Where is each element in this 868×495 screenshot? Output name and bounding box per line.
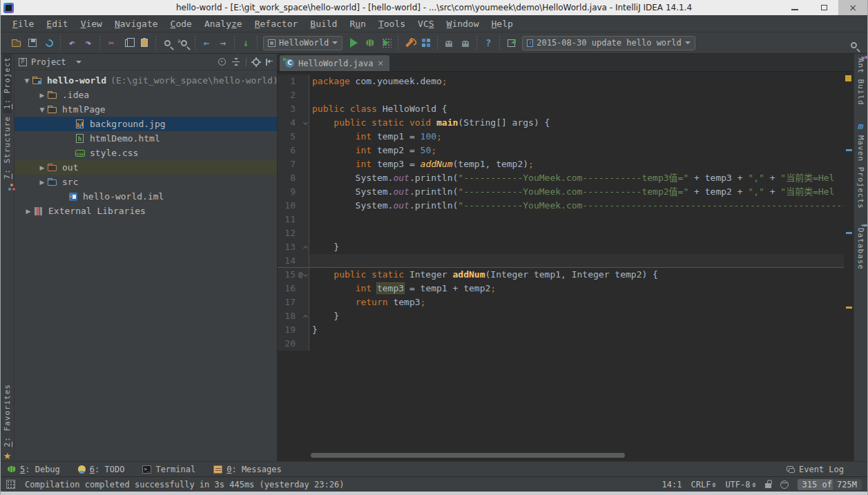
collapse-all-icon[interactable] [232,58,240,66]
commit-icon[interactable] [503,35,519,50]
gutter[interactable] [297,337,309,351]
search-everywhere-icon[interactable] [845,37,862,52]
menu-build[interactable]: Build [304,19,343,29]
code-line-18[interactable]: 18 } [278,309,853,323]
close-icon[interactable]: × [377,59,383,68]
code-line-14[interactable]: 14 [278,254,853,268]
stripe-mark[interactable] [846,149,852,151]
paste-icon[interactable] [136,35,153,50]
project-panel-title[interactable]: Project [31,57,66,67]
toolwindow-toggle-icon[interactable] [6,480,15,489]
toolwindow-button-terminal[interactable]: >_Terminal [142,465,195,474]
gutter[interactable] [297,75,309,88]
close-button[interactable]: × [838,0,867,15]
gutter[interactable] [297,240,309,254]
copy-icon[interactable] [119,35,136,50]
menu-run[interactable]: Run [343,19,372,29]
undo-icon[interactable]: ↶ [64,35,80,50]
gutter[interactable] [297,185,309,199]
code-line-15[interactable]: 15@ public static Integer addNum(Integer… [278,268,853,282]
help-icon[interactable]: ? [480,35,496,50]
menu-refactor[interactable]: Refactor [249,19,305,29]
expand-arrow-icon[interactable]: ▼ [21,77,32,84]
code-line-7[interactable]: 7 int temp3 = addNum(temp1, temp2); [278,157,853,171]
code-line-11[interactable]: 11 [278,213,853,226]
toolwindow-button-todo[interactable]: 6: TODO [78,465,125,474]
android-sync-icon[interactable] [441,35,457,50]
project-structure-icon[interactable] [418,35,434,50]
toolwindow-button-favorites[interactable]: 2: Favorites★ [3,381,12,461]
tree-item-htmldemo-html[interactable]: hhtmlDemo.html [15,131,277,146]
toolwindow-button-messages[interactable]: 0: Messages [213,465,281,474]
gutter[interactable] [297,171,309,185]
menu-analyze[interactable]: Analyze [198,19,249,29]
code-line-8[interactable]: 8 System.out.println("-----------YouMeek… [278,171,853,185]
gutter[interactable] [297,323,309,337]
menu-code[interactable]: Code [164,19,198,29]
menu-help[interactable]: Help [485,19,519,29]
expand-arrow-icon[interactable]: ▶ [37,164,48,171]
hector-inspector-icon[interactable] [780,481,789,489]
code-line-9[interactable]: 9 System.out.println("-----------YouMeek… [278,185,853,199]
expand-arrow-icon[interactable]: ▶ [37,92,48,99]
code-line-3[interactable]: 3public class HelloWorld { [278,102,853,116]
settings-icon[interactable] [401,35,418,50]
code-line-17[interactable]: 17 return temp3; [278,295,853,309]
coverage-icon[interactable] [378,35,395,50]
code-line-19[interactable]: 19} [278,323,853,337]
menu-window[interactable]: Window [441,19,485,29]
hide-panel-icon[interactable] [266,59,273,66]
toolwindow-button-maven-projects[interactable]: mMaven Projects [856,121,865,212]
gutter[interactable] [297,116,309,130]
find-icon[interactable] [159,35,175,50]
tab-helloworld-java[interactable]: C HelloWorld.java × [280,55,389,71]
code-line-5[interactable]: 5 int temp1 = 100; [278,130,853,144]
lock-icon[interactable] [765,483,771,488]
replace-icon[interactable] [175,35,192,50]
gutter[interactable] [297,88,309,102]
redo-icon[interactable]: ↷ [80,35,97,50]
forward-icon[interactable]: → [215,35,231,50]
menu-vcs[interactable]: VCS [412,19,440,29]
expand-arrow-icon[interactable]: ▼ [37,106,48,113]
code-line-6[interactable]: 6 int temp2 = 50; [278,144,853,157]
code-line-4[interactable]: 4 public static void main(String[] args)… [278,116,853,130]
tree-item-htmlpage[interactable]: ▼htmlPage [15,102,277,117]
code-line-12[interactable]: 12 [278,226,853,240]
code-line-20[interactable]: 20 [278,337,853,351]
code-editor[interactable]: 1package com.youmeek.demo;23public class… [278,72,853,461]
expand-arrow-icon[interactable]: ▶ [37,179,48,186]
gutter[interactable] [297,226,309,240]
debug-icon[interactable] [362,35,378,50]
code-line-10[interactable]: 10 System.out.println("-----------YouMee… [278,199,853,213]
tree-item-background-jpg[interactable]: background.jpg [15,117,277,131]
tree-item--idea[interactable]: ▶.idea [15,88,277,102]
gear-icon[interactable] [253,59,260,66]
expand-arrow-icon[interactable]: ▶ [23,208,34,215]
project-view-dropdown-icon[interactable] [76,61,81,64]
gutter[interactable] [297,102,309,116]
android-icon[interactable] [457,35,474,50]
code-line-13[interactable]: 13 } [278,240,853,254]
gutter[interactable] [297,199,309,213]
toolwindow-button-debug[interactable]: 5: Debug [8,465,60,474]
menu-edit[interactable]: Edit [40,19,74,29]
horizontal-scrollbar[interactable] [311,453,625,458]
tree-item-src[interactable]: ▶src [15,175,277,189]
gutter[interactable] [297,309,309,323]
encoding-selector[interactable]: UTF-8 [725,480,755,489]
error-stripe[interactable] [844,72,853,461]
save-icon[interactable] [24,35,41,50]
export-icon[interactable]: ↓ [238,35,254,50]
tree-item-hello-world-iml[interactable]: hello-world.iml [15,189,277,204]
tree-item-out[interactable]: ▶out [15,160,277,175]
gutter[interactable] [297,295,309,309]
event-log-button[interactable]: Event Log [787,465,844,474]
code-line-2[interactable]: 2 [278,88,853,102]
open-icon[interactable] [8,35,24,50]
gutter[interactable] [297,254,309,267]
line-ending-selector[interactable]: CRLF [691,480,716,489]
tree-item-hello-world[interactable]: ▼hello-world(E:\git_work_space\hello-wor… [15,73,277,88]
minimize-button[interactable] [780,0,809,15]
menu-tools[interactable]: Tools [372,19,412,29]
